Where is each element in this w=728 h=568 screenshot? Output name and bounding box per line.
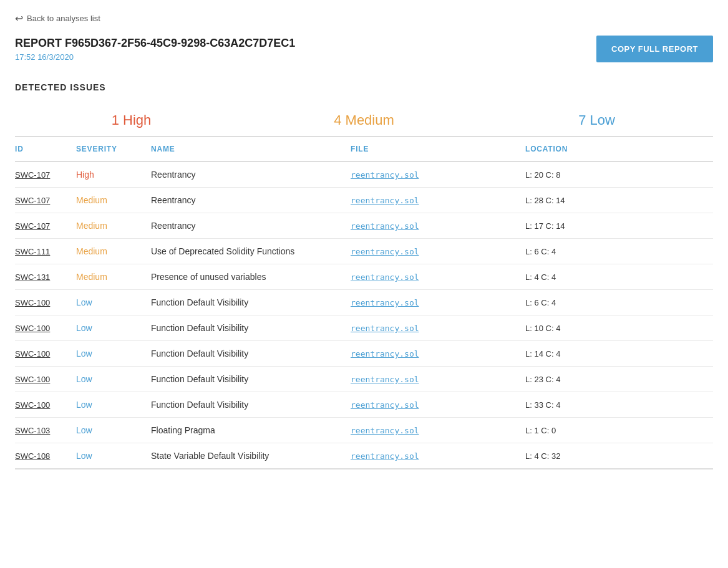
severity-summary: 1 High 4 Medium 7 Low bbox=[15, 105, 713, 136]
low-count: 7 Low bbox=[480, 105, 713, 136]
report-title: REPORT F965D367-2F56-45C9-9298-C63A2C7D7… bbox=[15, 37, 295, 50]
file-link[interactable]: reentrancy.sol bbox=[351, 221, 419, 231]
location-text: L: 1 C: 0 bbox=[525, 426, 556, 435]
report-info: REPORT F965D367-2F56-45C9-9298-C63A2C7D7… bbox=[15, 37, 295, 62]
issue-name: Function Default Visibility bbox=[151, 297, 248, 307]
severity-badge: Medium bbox=[76, 272, 107, 282]
file-link[interactable]: reentrancy.sol bbox=[351, 375, 419, 384]
header-severity: SEVERITY bbox=[71, 137, 146, 161]
table-row: SWC-100 Low Function Default Visibility … bbox=[15, 367, 713, 392]
location-text: L: 20 C: 8 bbox=[525, 170, 560, 180]
table-row: SWC-100 Low Function Default Visibility … bbox=[15, 392, 713, 418]
header-location: LOCATION bbox=[520, 137, 713, 161]
severity-badge: Low bbox=[76, 349, 92, 359]
issue-name: Function Default Visibility bbox=[151, 323, 248, 333]
issue-name: Use of Deprecated Solidity Functions bbox=[151, 246, 294, 256]
table-header-row: ID SEVERITY NAME FILE LOCATION bbox=[15, 137, 713, 161]
location-text: L: 4 C: 4 bbox=[525, 272, 556, 282]
severity-badge: Medium bbox=[76, 246, 107, 256]
issue-name: Reentrancy bbox=[151, 221, 196, 231]
file-link[interactable]: reentrancy.sol bbox=[351, 247, 419, 256]
severity-badge: Low bbox=[76, 451, 92, 461]
issue-id-link[interactable]: SWC-108 bbox=[15, 451, 50, 461]
issue-name: Function Default Visibility bbox=[151, 349, 248, 359]
table-row: SWC-107 High Reentrancy reentrancy.sol L… bbox=[15, 161, 713, 188]
location-text: L: 17 C: 14 bbox=[525, 221, 565, 231]
location-text: L: 6 C: 4 bbox=[525, 298, 556, 307]
issue-id-link[interactable]: SWC-107 bbox=[15, 221, 50, 231]
back-link-label: Back to analyses list bbox=[27, 14, 100, 23]
copy-full-report-button[interactable]: COPY FULL REPORT bbox=[596, 36, 713, 62]
table-row: SWC-100 Low Function Default Visibility … bbox=[15, 315, 713, 341]
back-link[interactable]: ↩ Back to analyses list bbox=[15, 12, 713, 24]
issue-id-link[interactable]: SWC-103 bbox=[15, 426, 50, 435]
table-row: SWC-107 Medium Reentrancy reentrancy.sol… bbox=[15, 213, 713, 239]
issue-id-link[interactable]: SWC-100 bbox=[15, 375, 50, 384]
back-arrow-icon: ↩ bbox=[15, 12, 23, 24]
file-link[interactable]: reentrancy.sol bbox=[351, 426, 419, 435]
issue-name: Function Default Visibility bbox=[151, 374, 248, 384]
file-link[interactable]: reentrancy.sol bbox=[351, 324, 419, 333]
location-text: L: 10 C: 4 bbox=[525, 324, 560, 333]
header-id: ID bbox=[15, 137, 71, 161]
issue-id-link[interactable]: SWC-131 bbox=[15, 272, 50, 282]
file-link[interactable]: reentrancy.sol bbox=[351, 272, 419, 282]
file-link[interactable]: reentrancy.sol bbox=[351, 196, 419, 205]
table-row: SWC-103 Low Floating Pragma reentrancy.s… bbox=[15, 418, 713, 443]
severity-badge: Low bbox=[76, 323, 92, 333]
table-row: SWC-111 Medium Use of Deprecated Solidit… bbox=[15, 239, 713, 264]
location-text: L: 4 C: 32 bbox=[525, 451, 560, 461]
issue-id-link[interactable]: SWC-100 bbox=[15, 400, 50, 410]
file-link[interactable]: reentrancy.sol bbox=[351, 451, 419, 461]
issue-name: Reentrancy bbox=[151, 195, 196, 205]
issue-name: Reentrancy bbox=[151, 170, 196, 180]
issue-name: Presence of unused variables bbox=[151, 272, 266, 282]
issue-id-link[interactable]: SWC-111 bbox=[15, 247, 50, 256]
severity-badge: Low bbox=[76, 374, 92, 384]
location-text: L: 14 C: 4 bbox=[525, 349, 560, 359]
issue-name: State Variable Default Visibility bbox=[151, 451, 269, 461]
table-row: SWC-107 Medium Reentrancy reentrancy.sol… bbox=[15, 188, 713, 213]
severity-badge: Low bbox=[76, 297, 92, 307]
issue-id-link[interactable]: SWC-107 bbox=[15, 196, 50, 205]
issue-name: Function Default Visibility bbox=[151, 400, 248, 410]
issues-table: ID SEVERITY NAME FILE LOCATION SWC-107 H… bbox=[15, 136, 713, 469]
file-link[interactable]: reentrancy.sol bbox=[351, 170, 419, 180]
severity-badge: Medium bbox=[76, 195, 107, 205]
table-row: SWC-100 Low Function Default Visibility … bbox=[15, 341, 713, 367]
location-text: L: 23 C: 4 bbox=[525, 375, 560, 384]
issue-id-link[interactable]: SWC-100 bbox=[15, 349, 50, 359]
severity-badge: Low bbox=[76, 425, 92, 435]
issue-id-link[interactable]: SWC-107 bbox=[15, 170, 50, 180]
issue-id-link[interactable]: SWC-100 bbox=[15, 298, 50, 307]
page: ↩ Back to analyses list REPORT F965D367-… bbox=[0, 0, 728, 568]
high-count: 1 High bbox=[15, 105, 248, 136]
detected-issues-title: DETECTED ISSUES bbox=[15, 82, 713, 92]
file-link[interactable]: reentrancy.sol bbox=[351, 400, 419, 410]
location-text: L: 6 C: 4 bbox=[525, 247, 556, 256]
location-text: L: 28 C: 14 bbox=[525, 196, 565, 205]
severity-badge: Low bbox=[76, 400, 92, 410]
issue-name: Floating Pragma bbox=[151, 425, 215, 435]
severity-badge: High bbox=[76, 170, 94, 180]
header-file: FILE bbox=[346, 137, 520, 161]
header-row: REPORT F965D367-2F56-45C9-9298-C63A2C7D7… bbox=[15, 36, 713, 62]
table-row: SWC-100 Low Function Default Visibility … bbox=[15, 290, 713, 315]
medium-count: 4 Medium bbox=[248, 105, 480, 136]
table-row: SWC-108 Low State Variable Default Visib… bbox=[15, 443, 713, 469]
issue-id-link[interactable]: SWC-100 bbox=[15, 324, 50, 333]
table-row: SWC-131 Medium Presence of unused variab… bbox=[15, 264, 713, 290]
report-date: 17:52 16/3/2020 bbox=[15, 52, 295, 62]
header-name: NAME bbox=[146, 137, 346, 161]
file-link[interactable]: reentrancy.sol bbox=[351, 349, 419, 359]
severity-badge: Medium bbox=[76, 221, 107, 231]
file-link[interactable]: reentrancy.sol bbox=[351, 298, 419, 307]
location-text: L: 33 C: 4 bbox=[525, 400, 560, 410]
